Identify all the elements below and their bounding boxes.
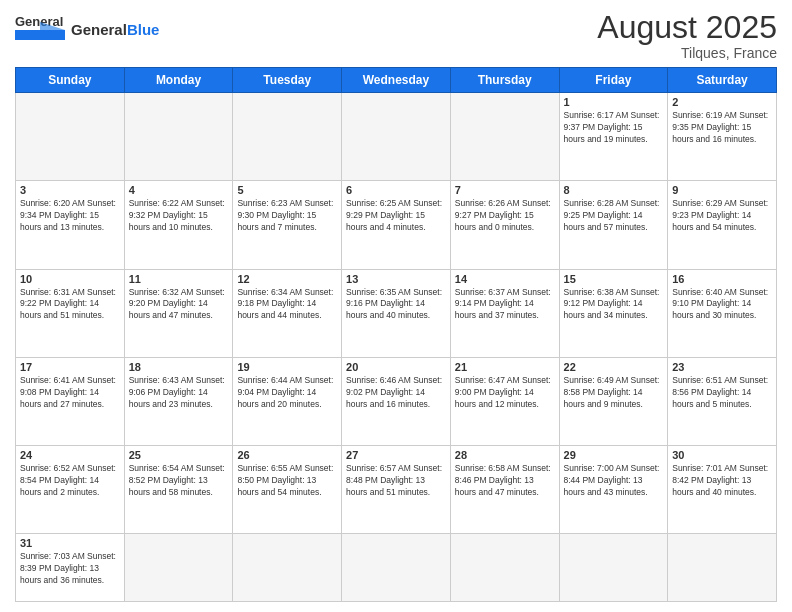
table-row: 11Sunrise: 6:32 AM Sunset: 9:20 PM Dayli… [124,269,233,357]
table-row: 2Sunrise: 6:19 AM Sunset: 9:35 PM Daylig… [668,93,777,181]
day-info: Sunrise: 6:19 AM Sunset: 9:35 PM Dayligh… [672,110,772,146]
table-row: 18Sunrise: 6:43 AM Sunset: 9:06 PM Dayli… [124,357,233,445]
day-info: Sunrise: 6:31 AM Sunset: 9:22 PM Dayligh… [20,287,120,323]
day-number: 2 [672,96,772,108]
day-number: 15 [564,273,664,285]
header-friday: Friday [559,68,668,93]
day-number: 25 [129,449,229,461]
calendar: Sunday Monday Tuesday Wednesday Thursday… [15,67,777,602]
day-number: 17 [20,361,120,373]
day-info: Sunrise: 6:38 AM Sunset: 9:12 PM Dayligh… [564,287,664,323]
day-info: Sunrise: 6:32 AM Sunset: 9:20 PM Dayligh… [129,287,229,323]
day-info: Sunrise: 6:17 AM Sunset: 9:37 PM Dayligh… [564,110,664,146]
day-number: 24 [20,449,120,461]
day-info: Sunrise: 6:23 AM Sunset: 9:30 PM Dayligh… [237,198,337,234]
table-row [16,93,125,181]
day-info: Sunrise: 6:44 AM Sunset: 9:04 PM Dayligh… [237,375,337,411]
table-row: 3Sunrise: 6:20 AM Sunset: 9:34 PM Daylig… [16,181,125,269]
table-row: 19Sunrise: 6:44 AM Sunset: 9:04 PM Dayli… [233,357,342,445]
month-title: August 2025 [597,10,777,45]
day-info: Sunrise: 6:40 AM Sunset: 9:10 PM Dayligh… [672,287,772,323]
day-info: Sunrise: 6:35 AM Sunset: 9:16 PM Dayligh… [346,287,446,323]
table-row: 9Sunrise: 6:29 AM Sunset: 9:23 PM Daylig… [668,181,777,269]
table-row: 30Sunrise: 7:01 AM Sunset: 8:42 PM Dayli… [668,445,777,533]
table-row [450,93,559,181]
day-info: Sunrise: 6:28 AM Sunset: 9:25 PM Dayligh… [564,198,664,234]
day-info: Sunrise: 6:58 AM Sunset: 8:46 PM Dayligh… [455,463,555,499]
logo-general: General [71,21,127,38]
day-info: Sunrise: 7:01 AM Sunset: 8:42 PM Dayligh… [672,463,772,499]
table-row: 5Sunrise: 6:23 AM Sunset: 9:30 PM Daylig… [233,181,342,269]
day-number: 29 [564,449,664,461]
day-number: 26 [237,449,337,461]
calendar-week-row: 31Sunrise: 7:03 AM Sunset: 8:39 PM Dayli… [16,534,777,602]
table-row: 15Sunrise: 6:38 AM Sunset: 9:12 PM Dayli… [559,269,668,357]
header-monday: Monday [124,68,233,93]
day-info: Sunrise: 7:03 AM Sunset: 8:39 PM Dayligh… [20,551,120,587]
calendar-week-row: 24Sunrise: 6:52 AM Sunset: 8:54 PM Dayli… [16,445,777,533]
table-row: 10Sunrise: 6:31 AM Sunset: 9:22 PM Dayli… [16,269,125,357]
calendar-week-row: 1Sunrise: 6:17 AM Sunset: 9:37 PM Daylig… [16,93,777,181]
table-row: 12Sunrise: 6:34 AM Sunset: 9:18 PM Dayli… [233,269,342,357]
location: Tilques, France [597,45,777,61]
day-number: 27 [346,449,446,461]
day-number: 14 [455,273,555,285]
table-row: 20Sunrise: 6:46 AM Sunset: 9:02 PM Dayli… [342,357,451,445]
table-row: 8Sunrise: 6:28 AM Sunset: 9:25 PM Daylig… [559,181,668,269]
day-number: 23 [672,361,772,373]
svg-rect-1 [15,30,65,40]
logo-text: GeneralBlue [71,22,159,39]
table-row [124,93,233,181]
table-row [559,534,668,602]
day-info: Sunrise: 6:52 AM Sunset: 8:54 PM Dayligh… [20,463,120,499]
table-row: 28Sunrise: 6:58 AM Sunset: 8:46 PM Dayli… [450,445,559,533]
day-number: 30 [672,449,772,461]
day-info: Sunrise: 6:26 AM Sunset: 9:27 PM Dayligh… [455,198,555,234]
day-number: 7 [455,184,555,196]
day-number: 12 [237,273,337,285]
day-number: 20 [346,361,446,373]
day-info: Sunrise: 6:37 AM Sunset: 9:14 PM Dayligh… [455,287,555,323]
day-number: 6 [346,184,446,196]
day-number: 5 [237,184,337,196]
day-number: 13 [346,273,446,285]
table-row: 29Sunrise: 7:00 AM Sunset: 8:44 PM Dayli… [559,445,668,533]
calendar-week-row: 17Sunrise: 6:41 AM Sunset: 9:08 PM Dayli… [16,357,777,445]
logo-blue: Blue [127,21,160,38]
table-row: 13Sunrise: 6:35 AM Sunset: 9:16 PM Dayli… [342,269,451,357]
table-row: 7Sunrise: 6:26 AM Sunset: 9:27 PM Daylig… [450,181,559,269]
day-info: Sunrise: 6:49 AM Sunset: 8:58 PM Dayligh… [564,375,664,411]
table-row: 4Sunrise: 6:22 AM Sunset: 9:32 PM Daylig… [124,181,233,269]
day-info: Sunrise: 6:46 AM Sunset: 9:02 PM Dayligh… [346,375,446,411]
day-number: 18 [129,361,229,373]
day-number: 11 [129,273,229,285]
table-row: 14Sunrise: 6:37 AM Sunset: 9:14 PM Dayli… [450,269,559,357]
logo-icon: General [15,10,65,50]
day-info: Sunrise: 7:00 AM Sunset: 8:44 PM Dayligh… [564,463,664,499]
table-row: 6Sunrise: 6:25 AM Sunset: 9:29 PM Daylig… [342,181,451,269]
table-row [342,93,451,181]
table-row [233,93,342,181]
day-info: Sunrise: 6:47 AM Sunset: 9:00 PM Dayligh… [455,375,555,411]
weekday-header-row: Sunday Monday Tuesday Wednesday Thursday… [16,68,777,93]
table-row: 27Sunrise: 6:57 AM Sunset: 8:48 PM Dayli… [342,445,451,533]
table-row: 22Sunrise: 6:49 AM Sunset: 8:58 PM Dayli… [559,357,668,445]
table-row: 26Sunrise: 6:55 AM Sunset: 8:50 PM Dayli… [233,445,342,533]
table-row: 24Sunrise: 6:52 AM Sunset: 8:54 PM Dayli… [16,445,125,533]
day-number: 4 [129,184,229,196]
day-number: 28 [455,449,555,461]
header-thursday: Thursday [450,68,559,93]
day-number: 19 [237,361,337,373]
logo: General GeneralBlue [15,10,159,50]
day-info: Sunrise: 6:20 AM Sunset: 9:34 PM Dayligh… [20,198,120,234]
day-info: Sunrise: 6:34 AM Sunset: 9:18 PM Dayligh… [237,287,337,323]
table-row [124,534,233,602]
day-number: 9 [672,184,772,196]
table-row: 16Sunrise: 6:40 AM Sunset: 9:10 PM Dayli… [668,269,777,357]
table-row [450,534,559,602]
day-info: Sunrise: 6:55 AM Sunset: 8:50 PM Dayligh… [237,463,337,499]
day-info: Sunrise: 6:29 AM Sunset: 9:23 PM Dayligh… [672,198,772,234]
day-info: Sunrise: 6:57 AM Sunset: 8:48 PM Dayligh… [346,463,446,499]
day-number: 16 [672,273,772,285]
table-row [668,534,777,602]
